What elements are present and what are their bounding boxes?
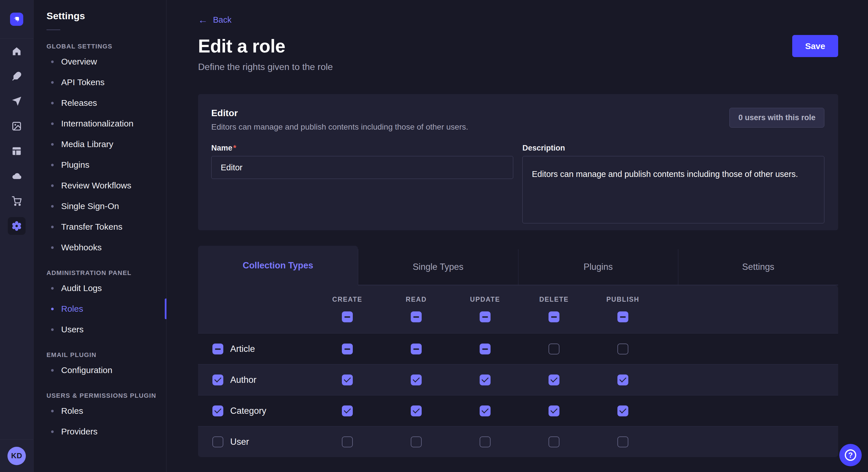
user-publish-checkbox[interactable] bbox=[617, 436, 628, 447]
main-nav-rail: KD bbox=[0, 0, 34, 472]
category-create-checkbox[interactable] bbox=[342, 405, 353, 416]
sidebar-item-label: Single Sign-On bbox=[61, 201, 119, 211]
column-header-update: UPDATE bbox=[451, 296, 520, 303]
category-read-checkbox[interactable] bbox=[411, 405, 422, 416]
sidebar-item-api-tokens[interactable]: API Tokens bbox=[33, 72, 166, 93]
bullet-icon bbox=[51, 328, 54, 331]
author-create-checkbox[interactable] bbox=[342, 374, 353, 385]
select-all-row bbox=[198, 311, 838, 333]
author-publish-checkbox[interactable] bbox=[617, 374, 628, 385]
checkbox-cell bbox=[588, 343, 657, 355]
category-publish-checkbox[interactable] bbox=[617, 405, 628, 416]
article-update-checkbox[interactable] bbox=[479, 343, 491, 355]
select-all-read-checkbox[interactable] bbox=[411, 311, 422, 322]
sidebar-item-label: Webhooks bbox=[61, 243, 102, 252]
category-update-checkbox[interactable] bbox=[479, 405, 491, 416]
back-link[interactable]: ← Back bbox=[198, 15, 231, 25]
table-row-article: Article bbox=[198, 333, 838, 364]
back-arrow-icon: ← bbox=[198, 15, 208, 25]
nav-section-users-permissions-plugin: USERS & PERMISSIONS PLUGINRolesProviders bbox=[33, 392, 166, 442]
help-button[interactable]: ? bbox=[839, 444, 862, 466]
strapi-logo[interactable] bbox=[10, 12, 23, 26]
users-with-role-badge[interactable]: 0 users with this role bbox=[730, 108, 825, 128]
page-title: Edit a role bbox=[198, 36, 285, 57]
marketplace-icon[interactable] bbox=[0, 189, 33, 213]
avatar[interactable]: KD bbox=[7, 447, 26, 465]
row-checkbox-author[interactable] bbox=[212, 374, 223, 385]
sidebar-item-single-sign-on[interactable]: Single Sign-On bbox=[33, 196, 166, 216]
article-create-checkbox[interactable] bbox=[342, 343, 353, 355]
rail-user-section: KD bbox=[0, 439, 33, 472]
category-delete-checkbox[interactable] bbox=[549, 405, 559, 416]
sidebar-item-providers[interactable]: Providers bbox=[33, 421, 166, 442]
sidebar-item-users[interactable]: Users bbox=[33, 319, 166, 340]
checkbox-cell bbox=[520, 436, 588, 447]
sidebar-item-label: Roles bbox=[61, 406, 83, 416]
column-header-create: CREATE bbox=[313, 296, 382, 303]
sidebar-item-media-library[interactable]: Media Library bbox=[33, 134, 166, 155]
description-textarea[interactable]: Editors can manage and publish contents … bbox=[522, 156, 825, 224]
bullet-icon bbox=[51, 205, 54, 208]
tab-single-types[interactable]: Single Types bbox=[358, 249, 518, 285]
sidebar-item-label: Audit Logs bbox=[61, 283, 102, 293]
sidebar-item-review-workflows[interactable]: Review Workflows bbox=[33, 175, 166, 196]
content-type-builder-icon[interactable] bbox=[0, 138, 33, 164]
author-delete-checkbox[interactable] bbox=[549, 374, 559, 385]
tab-plugins[interactable]: Plugins bbox=[518, 249, 678, 285]
sidebar-item-releases[interactable]: Releases bbox=[33, 93, 166, 113]
name-field-group: Name* bbox=[211, 144, 513, 224]
checkbox-cell bbox=[313, 374, 382, 385]
sidebar-item-label: Configuration bbox=[61, 365, 112, 375]
row-checkbox-user[interactable] bbox=[212, 436, 223, 447]
sidebar-item-configuration[interactable]: Configuration bbox=[33, 360, 166, 380]
row-checkbox-article[interactable] bbox=[212, 343, 223, 355]
select-all-create-checkbox[interactable] bbox=[342, 311, 353, 322]
article-publish-checkbox[interactable] bbox=[617, 343, 628, 355]
sidebar-item-internationalization[interactable]: Internationalization bbox=[33, 113, 166, 134]
sidebar-item-label: Overview bbox=[61, 57, 97, 67]
row-label: Article bbox=[230, 344, 255, 354]
author-read-checkbox[interactable] bbox=[411, 374, 422, 385]
home-icon[interactable] bbox=[0, 39, 33, 64]
sidebar-item-webhooks[interactable]: Webhooks bbox=[33, 237, 166, 258]
content-manager-icon[interactable] bbox=[0, 64, 33, 89]
sidebar-item-label: Transfer Tokens bbox=[61, 222, 122, 232]
select-all-delete-checkbox[interactable] bbox=[549, 311, 559, 322]
name-input[interactable] bbox=[211, 156, 513, 179]
author-update-checkbox[interactable] bbox=[479, 374, 491, 385]
role-name-heading: Editor bbox=[211, 108, 468, 119]
select-all-update-checkbox[interactable] bbox=[479, 311, 491, 322]
sidebar-item-roles[interactable]: Roles bbox=[33, 401, 166, 421]
row-name-cell: User bbox=[198, 436, 313, 447]
checkbox-cell bbox=[520, 374, 588, 385]
media-library-icon[interactable] bbox=[0, 113, 33, 138]
user-read-checkbox[interactable] bbox=[411, 436, 422, 447]
table-row-author: Author bbox=[198, 364, 838, 395]
sidebar-item-label: Media Library bbox=[61, 139, 113, 149]
sidebar-item-audit-logs[interactable]: Audit Logs bbox=[33, 278, 166, 299]
deploy-icon[interactable] bbox=[0, 164, 33, 189]
checkbox-cell bbox=[313, 311, 382, 322]
sidebar-item-transfer-tokens[interactable]: Transfer Tokens bbox=[33, 216, 166, 237]
sidebar-item-plugins[interactable]: Plugins bbox=[33, 155, 166, 175]
user-update-checkbox[interactable] bbox=[479, 436, 491, 447]
sidebar-item-roles[interactable]: Roles bbox=[33, 299, 166, 319]
save-button[interactable]: Save bbox=[792, 35, 838, 57]
user-create-checkbox[interactable] bbox=[342, 436, 353, 447]
checkbox-cell bbox=[382, 311, 451, 322]
section-heading: EMAIL PLUGIN bbox=[46, 351, 166, 359]
user-delete-checkbox[interactable] bbox=[549, 436, 559, 447]
select-all-publish-checkbox[interactable] bbox=[617, 311, 628, 322]
tab-settings[interactable]: Settings bbox=[678, 249, 838, 285]
sidebar-item-overview[interactable]: Overview bbox=[33, 51, 166, 72]
releases-icon[interactable] bbox=[0, 89, 33, 113]
role-description-text: Editors can manage and publish contents … bbox=[211, 123, 468, 132]
section-heading: ADMINISTRATION PANEL bbox=[46, 269, 166, 277]
active-icon-box bbox=[8, 217, 26, 235]
settings-icon[interactable] bbox=[0, 213, 33, 238]
tab-collection-types[interactable]: Collection Types bbox=[198, 246, 358, 285]
row-checkbox-category[interactable] bbox=[212, 405, 223, 416]
article-delete-checkbox[interactable] bbox=[549, 343, 559, 355]
article-read-checkbox[interactable] bbox=[411, 343, 422, 355]
settings-subnav: Settings GLOBAL SETTINGSOverviewAPI Toke… bbox=[33, 0, 166, 472]
